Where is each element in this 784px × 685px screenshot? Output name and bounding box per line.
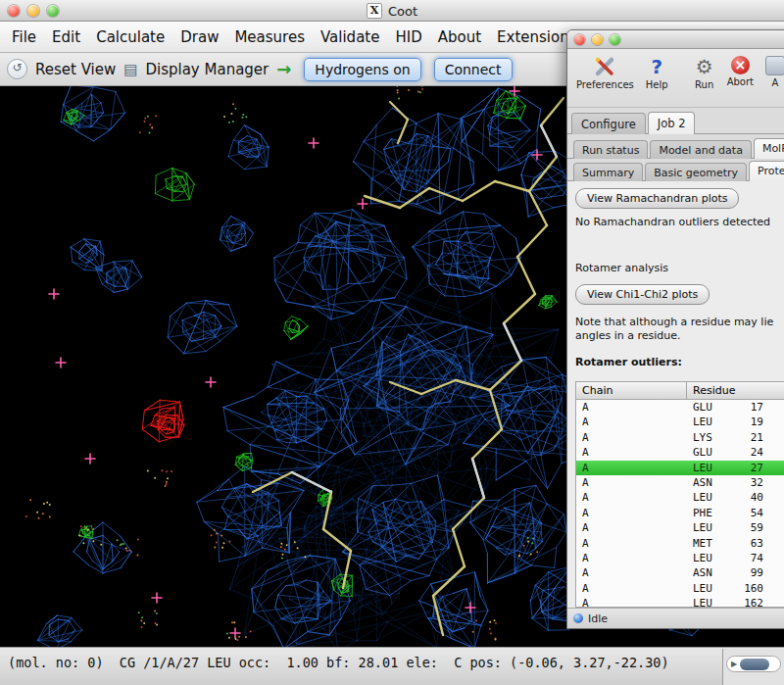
titlebar[interactable]: X Coot — [0, 0, 784, 22]
residue-number-cell: 32 — [728, 475, 763, 490]
table-header: Chain Residue — [576, 382, 784, 400]
residue-name-cell: LEU — [687, 490, 728, 505]
menu-file[interactable]: File — [4, 22, 44, 53]
table-row[interactable]: ALYS21 — [576, 430, 784, 445]
run-button[interactable]: ⚙Run — [689, 54, 720, 92]
window-title: X Coot — [0, 0, 784, 22]
status-text: (mol. no: 0) CG /1/A/27 LEU occ: 1.00 bf… — [8, 655, 669, 670]
toolbar-button-label: Preferences — [576, 79, 634, 90]
menu-hid[interactable]: HID — [387, 22, 429, 53]
dialog-close-button[interactable] — [574, 34, 585, 45]
toolbar-button-label: Abort — [727, 76, 754, 87]
tab-configure[interactable]: Configure — [571, 113, 646, 134]
scroll-right-icon[interactable]: ▶ — [731, 660, 737, 668]
chain-cell: A — [576, 565, 687, 580]
dialog-minimize-button[interactable] — [592, 34, 603, 45]
abort-button[interactable]: ×Abort — [722, 54, 759, 89]
tab-model-and-data[interactable]: Model and data — [650, 140, 752, 159]
tab-summary[interactable]: Summary — [573, 163, 643, 181]
display-manager-icon[interactable]: ▤ — [123, 61, 137, 78]
table-row[interactable]: ALEU160 — [576, 581, 784, 596]
table-row[interactable]: AGLU24 — [576, 445, 784, 460]
help-button[interactable]: ?Help — [641, 54, 673, 92]
chain-cell: A — [576, 536, 687, 551]
table-row[interactable]: AASN32 — [576, 475, 784, 490]
menu-measures[interactable]: Measures — [226, 22, 313, 53]
clipped-icon — [765, 56, 784, 75]
residue-number-cell: 74 — [728, 551, 763, 565]
tab-protein[interactable]: Protein — [749, 161, 784, 181]
table-row[interactable]: AMET63 — [576, 536, 784, 551]
table-row[interactable]: ALEU40 — [576, 490, 784, 505]
chain-cell: A — [576, 415, 687, 429]
residue-number-cell: 160 — [728, 581, 763, 596]
residue-name-cell: PHE — [687, 506, 728, 520]
preferences-button[interactable]: Preferences — [571, 54, 639, 92]
table-row[interactable]: AASN99 — [576, 565, 784, 580]
residue-number-cell: 63 — [728, 536, 763, 551]
abort-icon: × — [731, 56, 750, 74]
residue-number-cell: 21 — [728, 430, 763, 445]
dialog-titlebar[interactable] — [567, 30, 784, 49]
residue-number-cell: 19 — [728, 415, 763, 429]
job-tabs: ConfigureJob 2 — [567, 108, 784, 134]
table-row[interactable]: ALEU162 — [576, 596, 784, 607]
chain-column-header[interactable]: Chain — [576, 382, 687, 400]
outliers-table: Chain Residue AGLU17ALEU19ALYS21AGLU24AL… — [575, 381, 784, 608]
menu-about[interactable]: About — [430, 22, 489, 53]
table-row[interactable]: ALEU19 — [576, 415, 784, 429]
table-row[interactable]: AGLU17 — [576, 400, 784, 415]
residue-number-cell: 24 — [728, 445, 763, 460]
chain-cell: A — [576, 551, 687, 565]
residue-name-cell: LYS — [687, 430, 728, 445]
residue-name-cell: LEU — [687, 415, 728, 429]
validation-dialog: Preferences?Help⚙Run×AbortA ConfigureJob… — [566, 29, 784, 629]
run-icon: ⚙ — [694, 56, 715, 77]
rotamer-outliers-label: Rotamer outliers: — [575, 356, 682, 369]
residue-name-cell: LEU — [687, 596, 728, 607]
table-row[interactable]: ALEU27 — [576, 461, 784, 475]
tab-run-status[interactable]: Run status — [573, 140, 648, 159]
menu-draw[interactable]: Draw — [172, 22, 226, 53]
residue-column-header[interactable]: Residue — [687, 382, 784, 400]
tab-molprobity[interactable]: MolProbity — [754, 138, 784, 159]
status-icon — [573, 613, 583, 623]
table-body: AGLU17ALEU19ALYS21AGLU24ALEU27AASN32ALEU… — [576, 400, 784, 607]
view-chi-plots-button[interactable]: View Chi1-Chi2 plots — [575, 284, 710, 305]
tab-basic-geometry[interactable]: Basic geometry — [645, 163, 747, 181]
table-row[interactable]: ALEU59 — [576, 520, 784, 535]
result-tabs: Run statusModel and dataMolProbity — [567, 134, 784, 159]
chain-cell: A — [576, 490, 687, 505]
menu-edit[interactable]: Edit — [44, 22, 88, 53]
reset-view-button[interactable]: Reset View — [35, 61, 116, 78]
menu-validate[interactable]: Validate — [313, 22, 387, 53]
statusbar: (mol. no: 0) CG /1/A/27 LEU occ: 1.00 bf… — [0, 647, 784, 685]
rotamer-section-label: Rotamer analysis — [575, 262, 668, 275]
dialog-toolbar: Preferences?Help⚙Run×AbortA — [567, 49, 784, 108]
a-button[interactable]: A — [760, 54, 784, 90]
connect-toggle[interactable]: Connect — [434, 58, 513, 81]
display-manager-button[interactable]: Display Manager — [145, 61, 269, 78]
menu-calculate[interactable]: Calculate — [88, 22, 172, 53]
dialog-zoom-button[interactable] — [610, 34, 620, 45]
x11-icon: X — [367, 3, 382, 19]
residue-number-cell: 27 — [728, 461, 763, 475]
scroll-thumb[interactable] — [740, 659, 769, 670]
reset-view-icon[interactable]: ↺ — [7, 59, 27, 79]
chain-cell: A — [576, 506, 687, 520]
table-row[interactable]: ALEU74 — [576, 551, 784, 565]
toolbar-button-label: Run — [695, 79, 713, 90]
rama-status-text: No Ramachandran outliers detected — [575, 216, 770, 229]
view-ramachandran-button[interactable]: View Ramachandran plots — [575, 188, 739, 209]
protein-panel: View Ramachandran plots No Ramachandran … — [567, 181, 784, 608]
residue-number-cell: 162 — [728, 596, 763, 607]
horizontal-scrollbar[interactable]: ▶ — [726, 656, 781, 672]
residue-name-cell: LEU — [687, 461, 728, 475]
go-arrow-icon[interactable]: → — [276, 59, 291, 79]
residue-name-cell: ASN — [687, 475, 728, 490]
tab-job-2[interactable]: Job 2 — [648, 112, 696, 134]
residue-name-cell: LEU — [687, 520, 728, 535]
residue-name-cell: GLU — [687, 400, 728, 415]
hydrogens-toggle[interactable]: Hydrogens on — [304, 58, 420, 81]
table-row[interactable]: APHE54 — [576, 506, 784, 520]
